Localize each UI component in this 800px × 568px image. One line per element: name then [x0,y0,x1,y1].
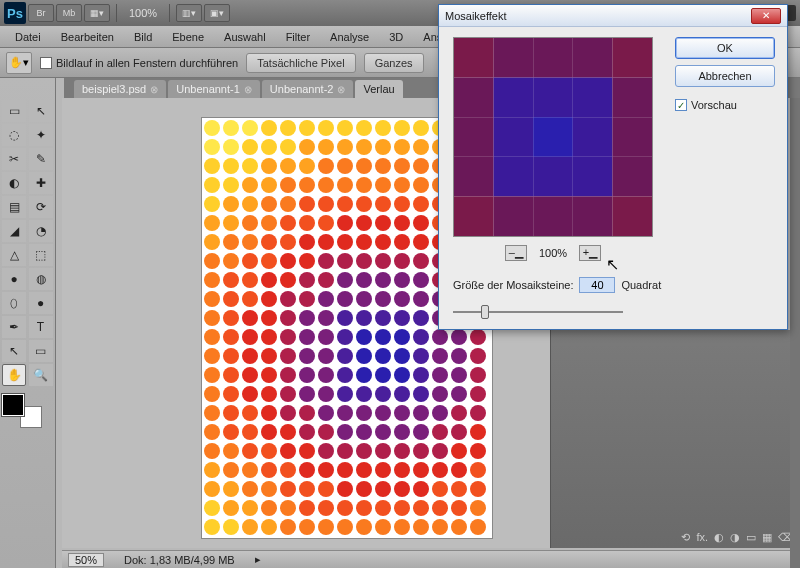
menu-ebene[interactable]: Ebene [163,29,213,45]
svg-point-90 [204,234,220,250]
tool-0[interactable]: ▭ [2,100,26,122]
svg-point-150 [204,310,220,326]
zoom-out-button[interactable]: –▁ [505,245,527,261]
svg-point-31 [223,158,239,174]
menu-bearbeiten[interactable]: Bearbeiten [52,29,123,45]
svg-point-240 [204,424,220,440]
arrange-button[interactable]: ▥▾ [176,4,202,22]
zoom-in-button[interactable]: +▁ [579,245,601,261]
svg-point-25 [394,139,410,155]
scroll-all-checkbox[interactable]: Bildlauf in allen Fenstern durchführen [40,57,238,69]
svg-point-154 [280,310,296,326]
tool-10[interactable]: ◢ [2,220,26,242]
svg-point-209 [470,367,486,383]
svg-point-324 [375,519,391,535]
svg-point-115 [394,253,410,269]
panel-icon-3[interactable]: ◑ [730,531,740,544]
tool-16[interactable]: ⬯ [2,292,26,314]
fit-screen-button[interactable]: Ganzes [364,53,424,73]
chevron-right-icon[interactable]: ▸ [255,553,261,566]
menu-3d[interactable]: 3D [380,29,412,45]
screen-mode-button[interactable]: ▣▾ [204,4,230,22]
tool-5[interactable]: ✎ [29,148,53,170]
menu-analyse[interactable]: Analyse [321,29,378,45]
svg-point-290 [299,481,315,497]
svg-point-78 [261,215,277,231]
layers-panel[interactable]: ⟲fx.◐◑▭▦⌫ [550,330,800,548]
tab-unbenannt2[interactable]: Unbenannt-2⊗ [262,80,354,98]
tool-17[interactable]: ● [29,292,53,314]
svg-point-143 [356,291,372,307]
slider-thumb[interactable] [481,305,489,319]
zoom-level[interactable]: 100% [123,7,163,19]
svg-point-215 [299,386,315,402]
menu-datei[interactable]: Datei [6,29,50,45]
status-zoom[interactable]: 50% [68,553,104,567]
menu-bild[interactable]: Bild [125,29,161,45]
tool-15[interactable]: ◍ [29,268,53,290]
cell-size-input[interactable] [579,277,615,293]
tool-3[interactable]: ✦ [29,124,53,146]
tool-8[interactable]: ▤ [2,196,26,218]
tool-23[interactable]: 🔍 [29,364,53,386]
menu-filter[interactable]: Filter [277,29,319,45]
tab-beispiel3[interactable]: beispiel3.psd⊗ [74,80,166,98]
tool-20[interactable]: ↖ [2,340,26,362]
panel-icon-4[interactable]: ▭ [746,531,756,544]
status-docsize: Dok: 1,83 MB/4,99 MB [124,554,235,566]
panel-icon-2[interactable]: ◐ [714,531,724,544]
actual-pixels-button[interactable]: Tatsächliche Pixel [246,53,355,73]
view-extras-button[interactable]: ▦▾ [84,4,110,22]
panel-icon-5[interactable]: ▦ [762,531,772,544]
bridge-button[interactable]: Br [28,4,54,22]
hand-tool-icon[interactable]: ✋▾ [6,52,32,74]
tab-unbenannt1[interactable]: Unbenannt-1⊗ [168,80,260,98]
tool-11[interactable]: ◔ [29,220,53,242]
svg-point-219 [375,386,391,402]
color-swatches[interactable] [2,394,42,428]
tool-22[interactable]: ✋ [2,364,26,386]
ok-button[interactable]: OK [675,37,775,59]
svg-point-322 [337,519,353,535]
tool-2[interactable]: ◌ [2,124,26,146]
dialog-titlebar[interactable]: Mosaikeffekt ✕ [439,5,787,27]
minibridge-button[interactable]: Mb [56,4,82,22]
tool-9[interactable]: ⟳ [29,196,53,218]
cancel-button[interactable]: Abbrechen [675,65,775,87]
svg-point-152 [242,310,258,326]
menu-auswahl[interactable]: Auswahl [215,29,275,45]
cell-size-slider[interactable] [453,303,623,321]
tool-13[interactable]: ⬚ [29,244,53,266]
tool-4[interactable]: ✂ [2,148,26,170]
close-button[interactable]: ✕ [751,8,781,24]
svg-point-36 [318,158,334,174]
close-icon[interactable]: ⊗ [150,84,158,95]
mosaic-dialog: Mosaikeffekt ✕ –▁ 100% +▁ Größe der Mosa… [438,4,788,330]
tool-18[interactable]: ✒ [2,316,26,338]
svg-point-38 [356,158,372,174]
close-icon[interactable]: ⊗ [244,84,252,95]
svg-point-66 [318,196,334,212]
svg-point-311 [413,500,429,516]
tool-14[interactable]: ● [2,268,26,290]
svg-point-203 [356,367,372,383]
panel-icon-0[interactable]: ⟲ [681,531,690,544]
filter-preview[interactable] [453,37,653,237]
tool-6[interactable]: ◐ [2,172,26,194]
tab-verlauf[interactable]: Verlau [355,80,402,98]
preview-zoom-value: 100% [539,247,567,259]
svg-point-112 [337,253,353,269]
svg-point-167 [242,329,258,345]
svg-point-300 [204,500,220,516]
tool-12[interactable]: △ [2,244,26,266]
svg-point-252 [432,424,448,440]
svg-rect-332 [533,38,573,78]
right-dock[interactable] [790,78,800,568]
close-icon[interactable]: ⊗ [337,84,345,95]
preview-checkbox[interactable]: ✓ Vorschau [675,99,775,111]
tool-21[interactable]: ▭ [29,340,53,362]
tool-7[interactable]: ✚ [29,172,53,194]
tool-19[interactable]: T [29,316,53,338]
tool-1[interactable]: ↖ [29,100,53,122]
panel-icon-1[interactable]: fx. [696,531,708,544]
